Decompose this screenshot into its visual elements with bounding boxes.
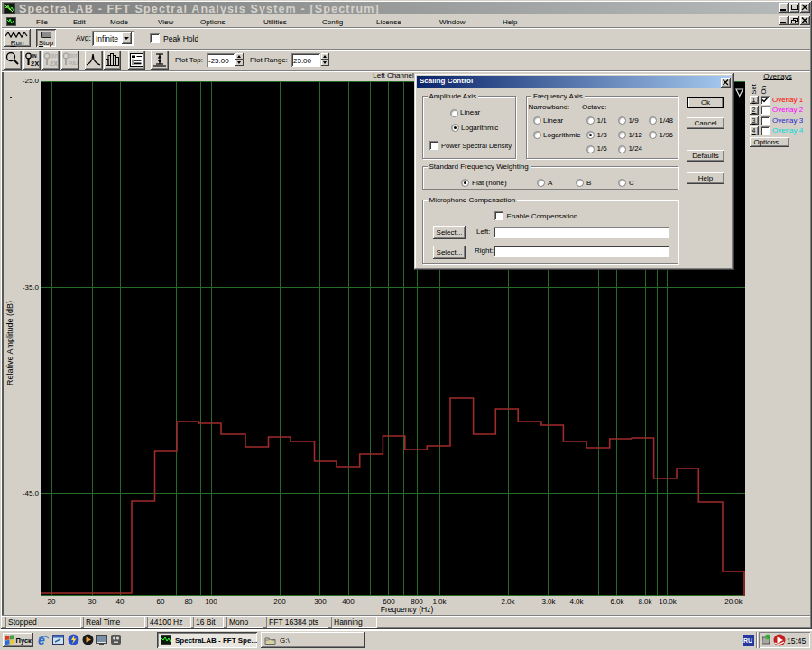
svg-text:FULL: FULL	[69, 61, 79, 66]
svg-text:e: e	[38, 634, 45, 646]
svg-text:OUT: OUT	[51, 54, 60, 59]
svg-text:IN: IN	[32, 53, 37, 59]
svg-text:2X: 2X	[50, 60, 58, 68]
svg-text:2X: 2X	[31, 60, 39, 68]
svg-text:OUT: OUT	[69, 54, 78, 59]
